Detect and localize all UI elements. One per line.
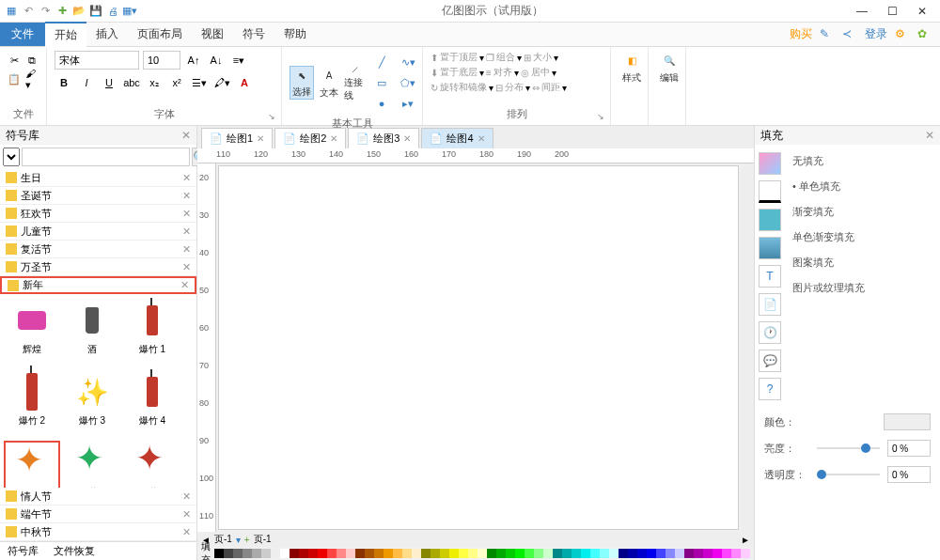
color-swatch[interactable] bbox=[252, 549, 261, 558]
size-icon[interactable]: ⊞ bbox=[524, 53, 531, 63]
opacity-slider[interactable] bbox=[817, 474, 880, 475]
strikethrough-icon[interactable]: abc bbox=[122, 73, 141, 92]
color-swatch[interactable] bbox=[553, 549, 562, 558]
open-icon[interactable]: 📂 bbox=[71, 4, 86, 19]
category-dragon[interactable]: 端午节✕ bbox=[0, 506, 196, 523]
new-icon[interactable]: ✚ bbox=[55, 4, 70, 19]
color-swatch[interactable] bbox=[572, 549, 581, 558]
color-swatch[interactable] bbox=[280, 549, 290, 558]
color-swatch[interactable] bbox=[703, 549, 713, 558]
font-select[interactable] bbox=[55, 51, 139, 70]
login-link[interactable]: 登录 bbox=[865, 26, 887, 42]
increase-font-icon[interactable]: A↑ bbox=[184, 51, 203, 70]
symbol-item[interactable]: 烟花 1 bbox=[4, 441, 60, 488]
symbol-item[interactable]: ✨爆竹 3 bbox=[64, 369, 120, 437]
panel-close-icon[interactable]: ✕ bbox=[181, 129, 191, 142]
send-back-icon[interactable]: ⬇ bbox=[431, 68, 438, 78]
menu-insert[interactable]: 插入 bbox=[86, 23, 128, 46]
arrange-dialog-launcher[interactable]: ↘ bbox=[597, 112, 608, 123]
doc-tab[interactable]: 📄绘图2✕ bbox=[274, 128, 346, 148]
fill-solid[interactable]: • 单色填充 bbox=[792, 178, 936, 195]
buy-link[interactable]: 购买 bbox=[790, 26, 812, 42]
doc-tab[interactable]: 📄绘图3✕ bbox=[348, 128, 419, 148]
footer-recover-tab[interactable]: 文件恢复 bbox=[46, 542, 102, 560]
fill-texture[interactable]: 图片或纹理填充 bbox=[792, 279, 936, 297]
color-swatch[interactable] bbox=[609, 549, 619, 558]
connector-tool[interactable]: ⟋ 连接线 bbox=[344, 66, 367, 100]
brightness-spinner[interactable] bbox=[887, 440, 931, 457]
gear-icon[interactable]: ⚙ bbox=[895, 27, 910, 42]
color-swatch[interactable] bbox=[628, 549, 637, 558]
color-swatch[interactable] bbox=[562, 549, 572, 558]
color-swatch[interactable] bbox=[637, 549, 647, 558]
edit-button[interactable]: 🔍 编辑 bbox=[656, 51, 682, 85]
color-swatch[interactable] bbox=[675, 549, 684, 558]
color-swatch[interactable] bbox=[581, 549, 590, 558]
comment-icon[interactable]: 💬 bbox=[759, 350, 781, 372]
brightness-slider[interactable] bbox=[817, 447, 880, 449]
color-swatch[interactable] bbox=[647, 549, 656, 558]
category-christmas[interactable]: 圣诞节✕ bbox=[0, 187, 196, 205]
color-swatch[interactable] bbox=[327, 549, 337, 558]
color-picker[interactable] bbox=[884, 413, 931, 430]
color-swatch[interactable] bbox=[713, 549, 722, 558]
fill-panel-close-icon[interactable]: ✕ bbox=[925, 129, 934, 142]
color-swatch[interactable] bbox=[318, 549, 327, 558]
menu-layout[interactable]: 页面布局 bbox=[128, 23, 192, 46]
select-tool[interactable]: ⬉ 选择 bbox=[290, 66, 314, 100]
symbol-item[interactable]: 酒 bbox=[64, 298, 120, 366]
color-swatch[interactable] bbox=[233, 549, 243, 558]
text-icon[interactable]: T bbox=[759, 265, 781, 288]
color-swatch[interactable] bbox=[308, 549, 318, 558]
save-icon[interactable]: 💾 bbox=[88, 4, 103, 19]
symbol-item[interactable]: 烟花 3 bbox=[124, 441, 180, 488]
color-swatch[interactable] bbox=[431, 549, 440, 558]
line-tool-icon[interactable]: ╱ bbox=[372, 53, 391, 71]
file-menu[interactable]: 文件 bbox=[0, 23, 45, 46]
text-tool[interactable]: A 文本 bbox=[318, 66, 340, 100]
symbol-item[interactable]: 爆竹 4 bbox=[124, 369, 180, 437]
category-halloween[interactable]: 万圣节✕ bbox=[0, 258, 196, 276]
color-swatch[interactable] bbox=[374, 549, 384, 558]
color-swatch[interactable] bbox=[290, 549, 299, 558]
fill-mono-gradient[interactable]: 单色渐变填充 bbox=[792, 228, 936, 246]
color-swatch[interactable] bbox=[684, 549, 694, 558]
symbol-item[interactable]: 爆竹 1 bbox=[124, 298, 180, 366]
color-swatch[interactable] bbox=[402, 549, 412, 558]
color-swatch[interactable] bbox=[449, 549, 459, 558]
canvas[interactable] bbox=[218, 165, 739, 530]
menu-start[interactable]: 开始 bbox=[45, 22, 86, 47]
font-size-select[interactable] bbox=[143, 51, 180, 70]
align-icon[interactable]: ≡ bbox=[486, 68, 492, 78]
color-swatch[interactable] bbox=[365, 549, 374, 558]
list-icon[interactable]: ☰▾ bbox=[190, 73, 209, 92]
symbol-item[interactable]: 烟花 2 bbox=[64, 441, 120, 488]
print-icon[interactable]: 🖨 bbox=[105, 4, 120, 19]
color-swatch[interactable] bbox=[214, 549, 224, 558]
doc-tab[interactable]: 📄绘图4✕ bbox=[421, 128, 493, 148]
category-easter[interactable]: 复活节✕ bbox=[0, 241, 196, 258]
category-midautumn[interactable]: 中秋节✕ bbox=[0, 523, 196, 541]
symbol-item[interactable]: 辉煌 bbox=[4, 298, 60, 366]
style-button[interactable]: ◧ 样式 bbox=[619, 51, 645, 85]
color-swatch[interactable] bbox=[384, 549, 393, 558]
color-swatch[interactable] bbox=[487, 549, 496, 558]
bring-front-icon[interactable]: ⬆ bbox=[431, 53, 438, 63]
color-swatch[interactable] bbox=[421, 549, 431, 558]
page-next-icon[interactable]: ► bbox=[741, 535, 750, 545]
fill-gradient[interactable]: 渐变填充 bbox=[792, 203, 936, 221]
redo-icon[interactable]: ↷ bbox=[38, 4, 53, 19]
color-swatch[interactable] bbox=[515, 549, 525, 558]
page-tab-2[interactable]: 页-1 bbox=[254, 533, 272, 546]
color-swatch[interactable] bbox=[666, 549, 675, 558]
color-swatch[interactable] bbox=[337, 549, 346, 558]
color-swatch[interactable] bbox=[355, 549, 365, 558]
color-swatch[interactable] bbox=[496, 549, 506, 558]
color-swatch[interactable] bbox=[271, 549, 280, 558]
color-swatch[interactable] bbox=[412, 549, 421, 558]
color-swatch[interactable] bbox=[741, 549, 750, 558]
color-swatch[interactable] bbox=[459, 549, 468, 558]
menu-symbol[interactable]: 符号 bbox=[233, 23, 274, 46]
maximize-button[interactable]: ☐ bbox=[878, 0, 906, 23]
color-swatch[interactable] bbox=[525, 549, 534, 558]
